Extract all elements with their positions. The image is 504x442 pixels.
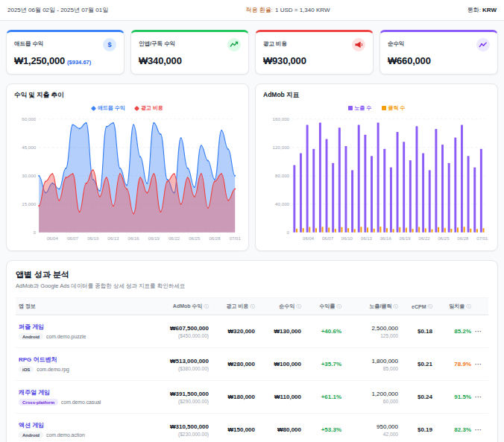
impressions-value: 1,200,000 xyxy=(341,391,398,397)
roi-value: +40.6% xyxy=(301,328,341,335)
stat-card-header: 순수익 xyxy=(388,38,490,51)
legend-item[interactable]: 노출 수 xyxy=(348,104,372,112)
roi-value: +61.1% xyxy=(301,394,341,400)
svg-text:06/16: 06/16 xyxy=(128,236,140,241)
platform-badge: iOS xyxy=(19,366,34,373)
svg-text:07/01: 07/01 xyxy=(476,236,488,241)
ad-cost-cell: ₩280,000 xyxy=(209,361,255,367)
column-header: 순수익ⓘ xyxy=(255,303,301,310)
area-chart-svg: 015,00030,00045,00060,00006/0406/0706/10… xyxy=(14,113,241,244)
table-body: 퍼즐 게임Androidcom.demo.puzzle₩607,500,000(… xyxy=(16,315,488,442)
match-rate-value: 78.9% xyxy=(432,361,471,367)
admob-metrics-bar-chart: 040,00080,000120,000160,00006/0406/0706/… xyxy=(263,113,490,247)
row-menu-button[interactable]: ⋯ xyxy=(475,426,482,434)
clicks-value: 42,000 xyxy=(341,432,398,437)
stat-card-header: 애드몹 수익 $ xyxy=(14,38,116,51)
admob-revenue-krw: ₩513,000,000 xyxy=(138,358,209,364)
legend-item[interactable]: 광고 비용 xyxy=(135,104,163,112)
net-revenue-cell: ₩100,000 xyxy=(255,361,301,367)
stat-card-admob-revenue: 애드몹 수익 $ ₩1,250,000 ($934.67) xyxy=(6,30,125,75)
ecpm-value: $0.19 xyxy=(398,426,432,433)
ad-cost-cell: ₩180,000 xyxy=(209,394,255,400)
stat-card-ad-cost: 광고 비용 ₩930,000 xyxy=(255,30,374,75)
row-menu-button[interactable]: ⋯ xyxy=(475,328,482,335)
impressions-clicks-cell: 2,500,000125,000 xyxy=(341,325,398,338)
stat-card-value-row: ₩340,000 xyxy=(139,55,241,66)
roi-cell: +61.1% xyxy=(301,394,341,400)
stat-card-value-row: ₩660,000 xyxy=(388,55,490,66)
ad-cost-cell: ₩150,000 xyxy=(209,426,255,433)
admob-revenue-usd: ($290,000.00) xyxy=(138,399,209,404)
net-revenue-value: ₩80,000 xyxy=(255,426,301,433)
admob-revenue-usd: ($380,000.00) xyxy=(138,366,209,371)
svg-text:06/10: 06/10 xyxy=(341,236,353,241)
info-icon[interactable]: ⓘ xyxy=(467,303,472,310)
column-header-label: 노출/클릭 xyxy=(370,303,392,310)
charts-row: 수익 및 지출 추이 애드몹 수익광고 비용 015,00030,00045,0… xyxy=(6,83,498,251)
platform-badge: Android xyxy=(19,432,43,438)
match-rate-cell: 91.5% xyxy=(432,394,471,400)
chart-title: AdMob 지표 xyxy=(263,91,490,100)
net-revenue-value: ₩130,000 xyxy=(255,328,301,335)
table-header-row: 앱 정보AdMob 수익ⓘ광고 비용ⓘ순수익ⓘ수익률ⓘ노출/클릭ⓘeCPMⓘ일치… xyxy=(16,297,488,315)
svg-text:06/04: 06/04 xyxy=(303,236,315,241)
match-rate-cell: 82.3% xyxy=(432,426,471,433)
roi-value: +35.7% xyxy=(301,361,341,367)
admob-revenue-usd: ($230,000.00) xyxy=(138,432,209,437)
row-menu-button[interactable]: ⋯ xyxy=(475,361,482,368)
legend-item[interactable]: 애드몹 수익 xyxy=(92,104,125,112)
ecpm-cell: $0.18 xyxy=(398,328,432,335)
column-header: eCPMⓘ xyxy=(398,303,432,310)
admob-metrics-chart-card: AdMob 지표 노출 수클릭 수 040,00080,000120,00016… xyxy=(255,83,498,251)
app-performance-card: 앱별 성과 분석 AdMob과 Google Ads 데이터를 종합한 상세 성… xyxy=(6,260,498,442)
app-name-link[interactable]: RPG 어드벤처 xyxy=(19,356,57,364)
table-subtitle: AdMob과 Google Ads 데이터를 종합한 상세 성과 지표를 확인하… xyxy=(16,282,488,290)
row-menu-button[interactable]: ⋯ xyxy=(475,394,482,401)
svg-text:06/22: 06/22 xyxy=(419,236,431,241)
currency-value: KRW xyxy=(482,7,497,13)
svg-text:06/16: 06/16 xyxy=(380,236,392,241)
column-header: 노출/클릭ⓘ xyxy=(341,303,398,310)
ecpm-cell: $0.21 xyxy=(398,361,432,367)
app-name-link[interactable]: 퍼즐 게임 xyxy=(19,323,44,331)
topbar: 2025년 06월 02일 - 2025년 07월 01일 적용 환율:1 US… xyxy=(0,0,504,21)
impressions-value: 2,500,000 xyxy=(341,325,398,332)
svg-text:15,000: 15,000 xyxy=(22,201,37,206)
app-name-link[interactable]: 액션 게임 xyxy=(19,421,44,429)
svg-text:06/25: 06/25 xyxy=(438,236,450,241)
admob-revenue-cell: ₩391,500,000($290,000.00) xyxy=(138,391,209,404)
row-menu-cell: ⋯ xyxy=(471,361,485,368)
ad-cost-value: ₩320,000 xyxy=(209,328,255,335)
column-header-label: 일치율 xyxy=(450,303,465,310)
admob-revenue-krw: ₩607,500,000 xyxy=(138,325,209,332)
column-header: 수익률ⓘ xyxy=(301,303,341,310)
table-row: 액션 게임Androidcom.demo.action₩310,500,000(… xyxy=(16,414,488,442)
currency-selector[interactable]: 통화:KRW xyxy=(467,6,497,14)
date-range-picker[interactable]: 2025년 06월 02일 - 2025년 07월 01일 xyxy=(7,6,108,14)
ecpm-value: $0.18 xyxy=(398,328,432,335)
clicks-value: 60,000 xyxy=(341,399,398,404)
revenue-expense-area-chart: 015,00030,00045,00060,00006/0406/0706/10… xyxy=(14,113,241,247)
roi-value: +53.3% xyxy=(301,426,341,433)
app-name-link[interactable]: 캐주얼 게임 xyxy=(19,388,50,397)
app-info-cell: 액션 게임Androidcom.demo.action xyxy=(19,421,138,438)
match-rate-value: 82.3% xyxy=(432,426,471,433)
app-meta: Androidcom.demo.action xyxy=(19,432,138,438)
legend-item[interactable]: 클릭 수 xyxy=(382,104,406,112)
svg-text:06/28: 06/28 xyxy=(457,236,469,241)
svg-text:06/19: 06/19 xyxy=(400,236,412,241)
svg-text:06/19: 06/19 xyxy=(148,236,160,241)
package-name: com.demo.rpg xyxy=(37,367,69,372)
column-header: AdMob 수익ⓘ xyxy=(138,303,209,310)
platform-badge: Cross-platform xyxy=(19,399,58,405)
legend-marker-icon xyxy=(382,106,386,110)
svg-text:120,000: 120,000 xyxy=(273,145,290,150)
column-header: 일치율ⓘ xyxy=(432,303,471,310)
stat-card-value: ₩660,000 xyxy=(388,55,431,66)
admob-revenue-usd: ($450,000.00) xyxy=(138,333,209,338)
ad-cost-cell: ₩320,000 xyxy=(209,328,255,335)
svg-text:06/28: 06/28 xyxy=(209,236,221,241)
stat-card-value: ₩930,000 xyxy=(263,55,306,66)
app-info-cell: 캐주얼 게임Cross-platformcom.demo.casual xyxy=(19,388,138,405)
chart-legend: 노출 수클릭 수 xyxy=(263,104,490,112)
